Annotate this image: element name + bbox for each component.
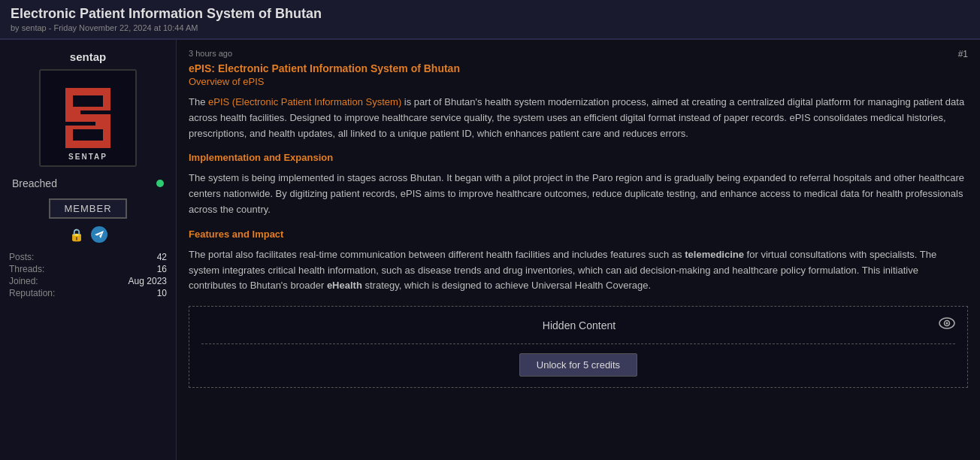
- breach-label: Breached: [12, 177, 152, 189]
- page-subtitle: by sentap - Friday November 22, 2024 at …: [11, 23, 969, 32]
- section-heading-2: Features and Impact: [189, 228, 968, 240]
- telegram-icon: [91, 226, 107, 243]
- telemedicine-bold: telemedicine: [685, 249, 744, 260]
- sidebar: sentap SENTAP: [0, 40, 177, 460]
- post-subtitle: Overview of ePIS: [189, 76, 968, 87]
- main-content: 3 hours ago #1 ePIS: Electronic Patient …: [177, 40, 980, 460]
- icons-row: 🔒: [68, 226, 107, 243]
- stat-label: Threads:: [9, 264, 96, 274]
- content-row: sentap SENTAP: [0, 40, 980, 460]
- sidebar-username: sentap: [70, 50, 106, 63]
- post-time: 3 hours ago: [189, 49, 232, 59]
- svg-text:SENTAP: SENTAP: [68, 153, 107, 161]
- svg-marker-3: [73, 129, 103, 141]
- member-badge: MEMBER: [49, 198, 126, 219]
- post-body-2: The system is being implemented in stage…: [189, 171, 968, 217]
- lock-icon: 🔒: [68, 226, 85, 243]
- avatar: SENTAP: [39, 69, 137, 167]
- post-meta: 3 hours ago #1: [189, 49, 968, 59]
- svg-marker-2: [73, 95, 103, 107]
- unlock-button[interactable]: Unlock for 5 credits: [519, 353, 637, 377]
- avatar-inner: SENTAP: [41, 71, 135, 165]
- stat-label: Reputation:: [9, 288, 96, 298]
- stat-label: Posts:: [9, 252, 96, 262]
- stats-table: Posts:42Threads:16Joined:Aug 2023Reputat…: [8, 250, 168, 300]
- epis-link[interactable]: ePIS (Electronic Patient Information Sys…: [208, 96, 401, 107]
- body-para3-end: strategy, which is designed to achieve U…: [362, 280, 651, 291]
- stat-value: Aug 2023: [98, 276, 167, 286]
- ehealth-bold: eHealth: [327, 280, 362, 291]
- stat-label: Joined:: [9, 276, 96, 286]
- hidden-content-header: Hidden Content: [201, 317, 955, 333]
- post-number: #1: [958, 49, 968, 59]
- section-heading-1: Implementation and Expansion: [189, 152, 968, 163]
- hidden-content-title: Hidden Content: [219, 319, 939, 331]
- eye-icon: [939, 317, 955, 333]
- breach-row: Breached: [8, 174, 168, 192]
- sentap-logo-svg: SENTAP: [43, 73, 133, 163]
- body-para3-start: The portal also facilitates real-time co…: [189, 249, 685, 260]
- stat-value: 16: [98, 264, 167, 274]
- post-body-1: The ePIS (Electronic Patient Information…: [189, 95, 968, 141]
- stat-value: 42: [98, 252, 167, 262]
- page-wrapper: Electronic Patient Information System of…: [0, 0, 980, 460]
- svg-point-7: [946, 322, 948, 325]
- dashed-divider: [201, 343, 955, 344]
- post-body-3: The portal also facilitates real-time co…: [189, 247, 968, 294]
- page-header: Electronic Patient Information System of…: [0, 0, 980, 40]
- body-para1-prefix: The: [189, 96, 208, 107]
- post-title-link[interactable]: ePIS: Electronic Patient Information Sys…: [189, 62, 460, 74]
- page-title: Electronic Patient Information System of…: [11, 6, 969, 22]
- post-title[interactable]: ePIS: Electronic Patient Information Sys…: [189, 62, 968, 74]
- breach-status-dot: [156, 180, 164, 187]
- hidden-content-box: Hidden Content Unlock for 5 credits: [189, 306, 968, 388]
- stat-value: 10: [98, 288, 167, 298]
